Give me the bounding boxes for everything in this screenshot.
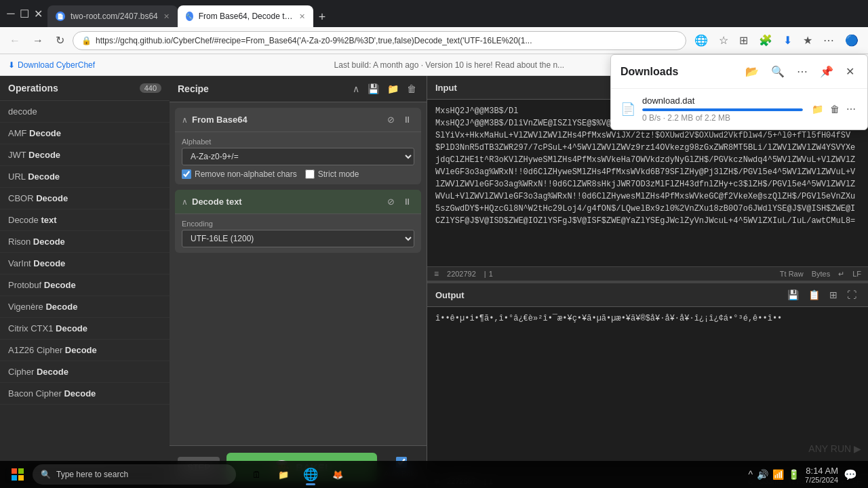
extensions-button[interactable]: 🧩 xyxy=(755,31,776,49)
tab1-title: two-root.com/2407.bs64 xyxy=(71,12,158,21)
recipe-area: Recipe ∧ 💾 📁 🗑 ∧ From Base64 ⊘ ⏸ xyxy=(170,76,427,488)
output-new-tab[interactable]: ⊞ xyxy=(826,287,841,302)
favorites2-button[interactable]: ★ xyxy=(799,31,816,49)
recipe-op-from-base64: ∧ From Base64 ⊘ ⏸ Alphabet A-Za-z0-9+/= xyxy=(175,108,421,184)
strict-mode-checkbox[interactable] xyxy=(305,169,315,179)
taskbar-apps: 🗓 📁 🌐 🦊 xyxy=(244,462,350,487)
op-url-label: URL Decode xyxy=(8,171,161,182)
forward-button[interactable]: → xyxy=(28,32,47,49)
recipe-save-button[interactable]: 💾 xyxy=(366,81,381,96)
sidebar-count: 440 xyxy=(140,83,161,93)
alphabet-select[interactable]: A-Za-z0-9+/= xyxy=(182,148,414,165)
tray-chevron[interactable]: ^ xyxy=(748,469,753,480)
input-raw[interactable]: Tt Raw xyxy=(780,270,804,278)
taskbar-app-browser[interactable]: 🌐 xyxy=(298,462,323,487)
sidebar-item-protobuf-decode[interactable]: Protobuf Decode xyxy=(0,274,170,296)
new-tab-button[interactable]: + xyxy=(313,7,332,27)
recipe-op-disable-2[interactable]: ⊘ xyxy=(384,195,397,208)
recipe-op-pause-2[interactable]: ⏸ xyxy=(400,195,414,208)
downloads-pin[interactable]: 📌 xyxy=(816,63,837,80)
translate-button[interactable]: 🌐 xyxy=(690,31,712,49)
menu-button[interactable]: ⋯ xyxy=(819,31,838,49)
refresh-button[interactable]: ↻ xyxy=(52,31,68,49)
edge-icon[interactable]: 🔵 xyxy=(841,31,863,49)
clock-date: 7/25/2024 xyxy=(805,476,838,484)
downloads-search[interactable]: 🔍 xyxy=(768,63,788,80)
recipe-clear-button[interactable]: 🗑 xyxy=(405,81,418,96)
output-content: î••ê•µ•i•¶ã•,î•°â¿€è»²î•¯æ•¥ç•¥ã•µã•µæ•¥… xyxy=(427,307,868,474)
browser-tab-2[interactable]: 🔧 From Base64, Decode text - Cyb... ✕ xyxy=(178,5,313,27)
strict-mode-label: Strict mode xyxy=(305,169,359,179)
output-fullscreen[interactable]: ⛶ xyxy=(844,287,860,302)
recipe-op-disable-1[interactable]: ⊘ xyxy=(384,113,397,126)
favorites-button[interactable]: ☆ xyxy=(715,31,732,49)
download-actions: 📁 🗑 ⋯ xyxy=(810,102,858,117)
download-delete-btn[interactable]: 🗑 xyxy=(828,102,842,117)
downloads-more[interactable]: ⋯ xyxy=(793,63,811,80)
encoding-label: Encoding xyxy=(182,220,414,228)
downloads-close[interactable]: ✕ xyxy=(842,63,858,80)
sidebar-item-amf-decode[interactable]: AMF Decode xyxy=(0,123,170,144)
output-save[interactable]: 💾 xyxy=(784,287,802,302)
recipe-collapse-button[interactable]: ∧ xyxy=(351,81,361,96)
back-button[interactable]: ← xyxy=(5,32,24,49)
recipe-op-chevron-2[interactable]: ∧ xyxy=(182,197,188,207)
input-bytes[interactable]: Bytes xyxy=(812,270,831,278)
op-bacon-label: Bacon Cipher Decode xyxy=(8,388,161,399)
sidebar-item-decode-text[interactable]: Decode text xyxy=(0,209,170,231)
taskbar-app-files[interactable]: 🗓 xyxy=(244,462,269,487)
sidebar-item-rison-decode[interactable]: Rison Decode xyxy=(0,231,170,253)
taskbar-clock[interactable]: 8:14 AM 7/25/2024 xyxy=(805,466,838,484)
op-cipher-label: Cipher Decode xyxy=(8,367,161,377)
download-open-folder-btn[interactable]: 📁 xyxy=(810,102,825,117)
sidebar-title: Operations xyxy=(8,83,58,94)
encoding-select[interactable]: UTF-16LE (1200) xyxy=(182,230,414,247)
sidebar-item-url-decode[interactable]: URL Decode xyxy=(0,166,170,188)
remove-nonalpha-checkbox[interactable] xyxy=(182,169,191,179)
browser-tab-1[interactable]: 📄 two-root.com/2407.bs64 ✕ xyxy=(47,5,178,27)
sidebar-item-jwt-decode[interactable]: JWT Decode xyxy=(0,144,170,166)
taskbar-app-firefox[interactable]: 🦊 xyxy=(326,462,350,487)
recipe-op-pause-1[interactable]: ⏸ xyxy=(400,113,414,126)
checkbox-row-1: Remove non-alphabet chars Strict mode xyxy=(182,169,414,179)
collections-button[interactable]: ⊞ xyxy=(735,31,752,49)
input-lf-icon: ↵ xyxy=(838,270,844,279)
start-button[interactable] xyxy=(5,462,30,487)
download-more-btn[interactable]: ⋯ xyxy=(844,102,858,117)
taskbar-app-explorer[interactable]: 📁 xyxy=(271,462,296,487)
downloads-header: Downloads 📂 🔍 ⋯ 📌 ✕ xyxy=(611,55,867,89)
download-link[interactable]: ⬇ Download CyberChef xyxy=(8,60,95,70)
tab2-close[interactable]: ✕ xyxy=(299,12,305,21)
sidebar-item-bacon-decode[interactable]: Bacon Cipher Decode xyxy=(0,383,170,405)
sidebar-item-a1z26-decode[interactable]: A1Z26 Cipher Decode xyxy=(0,340,170,361)
recipe-folder-button[interactable]: 📁 xyxy=(385,81,401,96)
minimize-button[interactable]: ─ xyxy=(5,8,16,19)
volume-icon[interactable]: 🔊 xyxy=(757,469,768,480)
clock-time: 8:14 AM xyxy=(805,466,838,476)
close-button[interactable]: ✕ xyxy=(33,8,43,19)
sidebar-item-cbor-decode[interactable]: CBOR Decode xyxy=(0,188,170,209)
maximize-button[interactable]: ☐ xyxy=(19,8,30,19)
tab1-close[interactable]: ✕ xyxy=(163,12,170,21)
recipe-op-decode-text: ∧ Decode text ⊘ ⏸ Encoding UTF-16LE (120… xyxy=(175,190,421,253)
network-icon[interactable]: 📶 xyxy=(772,469,784,480)
sidebar-item-decode[interactable]: decode xyxy=(0,101,170,123)
recipe-op-chevron-1[interactable]: ∧ xyxy=(182,115,188,125)
input-line-count: 2202792 xyxy=(447,270,476,278)
battery-icon[interactable]: 🔋 xyxy=(788,469,800,480)
notification-icon[interactable]: 💬 xyxy=(844,468,857,481)
app-body: Operations 440 decode AMF Decode JWT Dec… xyxy=(0,76,868,488)
banner-info-text: Last build: A month ago · Version 10 is … xyxy=(334,60,565,70)
output-copy[interactable]: 📋 xyxy=(805,287,823,302)
downloads-button[interactable]: ⬇ xyxy=(779,31,796,49)
downloads-open-folder[interactable]: 📂 xyxy=(742,63,762,80)
sidebar-item-vigenere-decode[interactable]: Vigenère Decode xyxy=(0,296,170,318)
sidebar-item-varint-decode[interactable]: VarInt Decode xyxy=(0,253,170,274)
address-bar[interactable]: 🔒 https://gchq.github.io/CyberChef/#reci… xyxy=(73,31,686,50)
sidebar-item-cipher-decode[interactable]: Cipher Decode xyxy=(0,361,170,383)
op-amf-label: AMF Decode xyxy=(8,128,161,138)
taskbar-search[interactable]: 🔍 Type here to search xyxy=(33,464,236,485)
input-col-icon: | xyxy=(484,270,486,278)
output-header: Output 💾 📋 ⊞ ⛶ xyxy=(427,283,868,307)
sidebar-item-citrix-decode[interactable]: Citrix CTX1 Decode xyxy=(0,318,170,340)
